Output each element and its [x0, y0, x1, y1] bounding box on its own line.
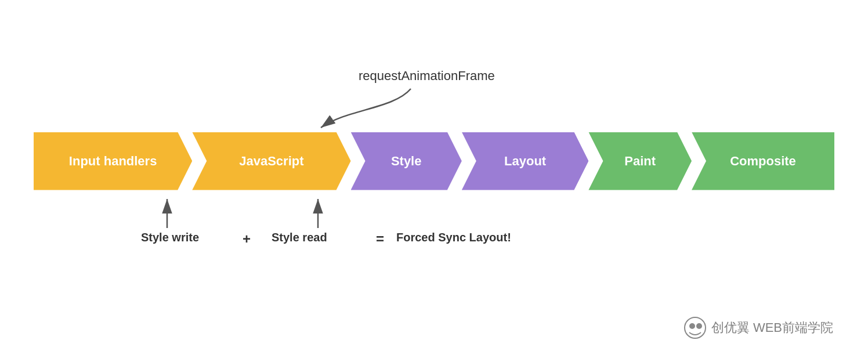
annotations-area: Style write + Style read = Forced Sync L… — [34, 196, 834, 289]
watermark: 创优翼 WEB前端学院 — [683, 316, 833, 339]
step-layout-label: Layout — [504, 154, 546, 169]
equals-symbol: = — [376, 231, 384, 247]
step-input-handlers: Input handlers — [34, 132, 192, 190]
style-write-label: Style write — [141, 231, 199, 244]
step-paint-label: Paint — [624, 154, 656, 169]
main-container: requestAnimationFrame Input handlers Jav… — [0, 0, 868, 351]
raf-arrow-area: requestAnimationFrame — [34, 63, 834, 132]
step-composite-label: Composite — [730, 154, 796, 169]
watermark-icon — [683, 316, 707, 339]
plus-symbol: + — [243, 231, 251, 247]
svg-point-3 — [689, 323, 695, 329]
forced-sync-label: Forced Sync Layout! — [396, 231, 511, 244]
step-javascript: JavaScript — [192, 132, 350, 190]
pipeline: Input handlers JavaScript Style Layout P… — [34, 132, 834, 190]
svg-point-4 — [696, 323, 702, 329]
raf-curve — [321, 89, 411, 128]
step-style-label: Style — [391, 154, 422, 169]
step-style: Style — [351, 132, 462, 190]
step-paint: Paint — [588, 132, 692, 190]
step-composite: Composite — [692, 132, 834, 190]
style-read-label: Style read — [272, 231, 327, 244]
step-layout: Layout — [462, 132, 589, 190]
raf-arrow-svg — [34, 63, 834, 132]
step-input-handlers-label: Input handlers — [69, 154, 157, 169]
watermark-text: 创优翼 WEB前端学院 — [711, 319, 833, 336]
step-javascript-label: JavaScript — [239, 154, 303, 169]
